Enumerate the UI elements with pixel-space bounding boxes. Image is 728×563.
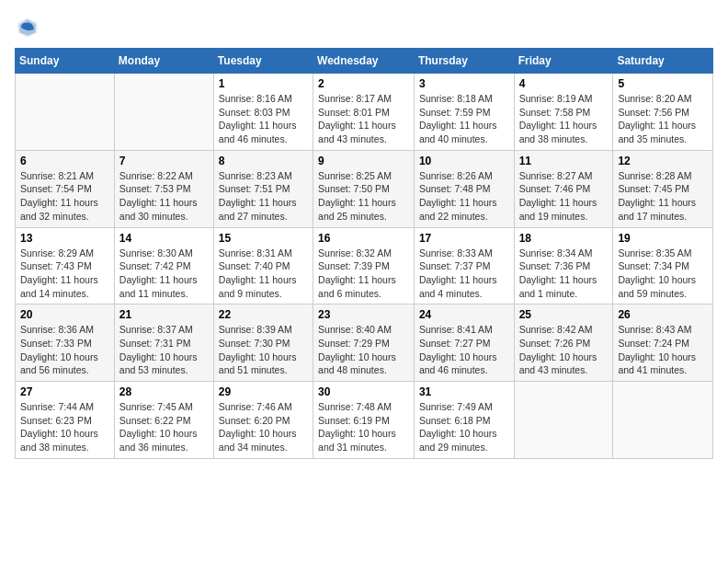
day-number: 25	[519, 308, 609, 321]
day-number: 20	[20, 308, 109, 321]
calendar-cell: 24Sunrise: 8:41 AMSunset: 7:27 PMDayligh…	[414, 304, 514, 382]
calendar-cell: 3Sunrise: 8:18 AMSunset: 7:59 PMDaylight…	[414, 74, 514, 151]
day-info: Sunrise: 8:32 AMSunset: 7:39 PMDaylight:…	[318, 247, 409, 301]
calendar-cell: 23Sunrise: 8:40 AMSunset: 7:29 PMDayligh…	[313, 304, 415, 382]
calendar-cell: 17Sunrise: 8:33 AMSunset: 7:37 PMDayligh…	[414, 227, 514, 304]
calendar-cell	[114, 74, 213, 151]
day-info: Sunrise: 8:39 AMSunset: 7:30 PMDaylight:…	[219, 323, 308, 377]
page-header	[15, 15, 713, 40]
calendar-cell: 15Sunrise: 8:31 AMSunset: 7:40 PMDayligh…	[213, 227, 313, 304]
day-info: Sunrise: 8:37 AMSunset: 7:31 PMDaylight:…	[119, 323, 209, 377]
calendar-week-row: 20Sunrise: 8:36 AMSunset: 7:33 PMDayligh…	[16, 304, 713, 382]
day-number: 13	[20, 232, 109, 245]
day-number: 14	[119, 232, 209, 245]
weekday-header-friday: Friday	[514, 49, 613, 74]
day-number: 12	[618, 155, 708, 167]
day-number: 29	[219, 385, 308, 398]
calendar-cell	[514, 382, 613, 459]
day-info: Sunrise: 7:48 AMSunset: 6:19 PMDaylight:…	[318, 400, 409, 454]
calendar-cell	[613, 382, 713, 459]
calendar-week-row: 6Sunrise: 8:21 AMSunset: 7:54 PMDaylight…	[16, 150, 713, 227]
weekday-header-tuesday: Tuesday	[213, 49, 313, 74]
day-number: 19	[618, 232, 708, 245]
day-info: Sunrise: 8:34 AMSunset: 7:36 PMDaylight:…	[519, 247, 609, 301]
calendar-cell: 13Sunrise: 8:29 AMSunset: 7:43 PMDayligh…	[16, 227, 115, 304]
day-number: 21	[119, 308, 209, 321]
day-info: Sunrise: 8:19 AMSunset: 7:58 PMDaylight:…	[519, 92, 609, 146]
calendar-week-row: 13Sunrise: 8:29 AMSunset: 7:43 PMDayligh…	[16, 227, 713, 304]
calendar-cell: 21Sunrise: 8:37 AMSunset: 7:31 PMDayligh…	[114, 304, 213, 382]
day-number: 4	[519, 77, 609, 90]
calendar-cell: 30Sunrise: 7:48 AMSunset: 6:19 PMDayligh…	[313, 382, 415, 459]
calendar-cell: 29Sunrise: 7:46 AMSunset: 6:20 PMDayligh…	[213, 382, 313, 459]
day-info: Sunrise: 8:33 AMSunset: 7:37 PMDaylight:…	[419, 247, 509, 301]
day-number: 7	[119, 155, 209, 167]
logo	[15, 15, 44, 40]
day-number: 6	[20, 155, 109, 167]
day-number: 22	[219, 308, 308, 321]
day-info: Sunrise: 8:20 AMSunset: 7:56 PMDaylight:…	[618, 92, 708, 146]
calendar-cell: 18Sunrise: 8:34 AMSunset: 7:36 PMDayligh…	[514, 227, 613, 304]
calendar-cell: 16Sunrise: 8:32 AMSunset: 7:39 PMDayligh…	[313, 227, 415, 304]
calendar-cell: 28Sunrise: 7:45 AMSunset: 6:22 PMDayligh…	[114, 382, 213, 459]
day-info: Sunrise: 8:35 AMSunset: 7:34 PMDaylight:…	[618, 247, 708, 301]
day-number: 3	[419, 77, 509, 90]
calendar-cell: 4Sunrise: 8:19 AMSunset: 7:58 PMDaylight…	[514, 74, 613, 151]
day-info: Sunrise: 8:23 AMSunset: 7:51 PMDaylight:…	[219, 169, 308, 224]
day-number: 15	[219, 232, 308, 245]
calendar-week-row: 27Sunrise: 7:44 AMSunset: 6:23 PMDayligh…	[16, 382, 713, 459]
calendar-table: SundayMondayTuesdayWednesdayThursdayFrid…	[15, 48, 713, 459]
calendar-cell: 31Sunrise: 7:49 AMSunset: 6:18 PMDayligh…	[414, 382, 514, 459]
day-info: Sunrise: 8:40 AMSunset: 7:29 PMDaylight:…	[318, 323, 409, 377]
calendar-cell: 8Sunrise: 8:23 AMSunset: 7:51 PMDaylight…	[213, 150, 313, 227]
day-number: 17	[419, 232, 509, 245]
calendar-cell: 11Sunrise: 8:27 AMSunset: 7:46 PMDayligh…	[514, 150, 613, 227]
day-number: 18	[519, 232, 609, 245]
calendar-cell: 22Sunrise: 8:39 AMSunset: 7:30 PMDayligh…	[213, 304, 313, 382]
day-info: Sunrise: 7:45 AMSunset: 6:22 PMDaylight:…	[119, 400, 209, 454]
weekday-header-thursday: Thursday	[414, 49, 514, 74]
day-number: 27	[20, 385, 109, 398]
day-number: 16	[318, 232, 409, 245]
calendar-cell: 26Sunrise: 8:43 AMSunset: 7:24 PMDayligh…	[613, 304, 713, 382]
calendar-cell: 19Sunrise: 8:35 AMSunset: 7:34 PMDayligh…	[613, 227, 713, 304]
day-info: Sunrise: 8:17 AMSunset: 8:01 PMDaylight:…	[318, 92, 409, 146]
day-info: Sunrise: 8:27 AMSunset: 7:46 PMDaylight:…	[519, 169, 609, 224]
day-info: Sunrise: 8:29 AMSunset: 7:43 PMDaylight:…	[20, 247, 109, 301]
day-number: 11	[519, 155, 609, 167]
day-number: 9	[318, 155, 409, 167]
day-info: Sunrise: 8:25 AMSunset: 7:50 PMDaylight:…	[318, 169, 409, 224]
day-number: 10	[419, 155, 509, 167]
weekday-header-wednesday: Wednesday	[313, 49, 415, 74]
calendar-week-row: 1Sunrise: 8:16 AMSunset: 8:03 PMDaylight…	[16, 74, 713, 151]
day-info: Sunrise: 7:49 AMSunset: 6:18 PMDaylight:…	[419, 400, 509, 454]
calendar-cell: 6Sunrise: 8:21 AMSunset: 7:54 PMDaylight…	[16, 150, 115, 227]
weekday-header-sunday: Sunday	[16, 49, 115, 74]
day-info: Sunrise: 8:31 AMSunset: 7:40 PMDaylight:…	[219, 247, 308, 301]
calendar-cell: 14Sunrise: 8:30 AMSunset: 7:42 PMDayligh…	[114, 227, 213, 304]
logo-icon	[15, 15, 40, 40]
calendar-cell: 2Sunrise: 8:17 AMSunset: 8:01 PMDaylight…	[313, 74, 415, 151]
day-info: Sunrise: 8:21 AMSunset: 7:54 PMDaylight:…	[20, 169, 109, 224]
calendar-cell: 27Sunrise: 7:44 AMSunset: 6:23 PMDayligh…	[16, 382, 115, 459]
day-number: 28	[119, 385, 209, 398]
day-info: Sunrise: 8:42 AMSunset: 7:26 PMDaylight:…	[519, 323, 609, 377]
day-info: Sunrise: 8:22 AMSunset: 7:53 PMDaylight:…	[119, 169, 209, 224]
calendar-cell: 7Sunrise: 8:22 AMSunset: 7:53 PMDaylight…	[114, 150, 213, 227]
day-info: Sunrise: 8:41 AMSunset: 7:27 PMDaylight:…	[419, 323, 509, 377]
day-number: 31	[419, 385, 509, 398]
calendar-cell: 5Sunrise: 8:20 AMSunset: 7:56 PMDaylight…	[613, 74, 713, 151]
day-info: Sunrise: 7:46 AMSunset: 6:20 PMDaylight:…	[219, 400, 308, 454]
calendar-cell: 20Sunrise: 8:36 AMSunset: 7:33 PMDayligh…	[16, 304, 115, 382]
day-info: Sunrise: 8:36 AMSunset: 7:33 PMDaylight:…	[20, 323, 109, 377]
calendar-cell: 9Sunrise: 8:25 AMSunset: 7:50 PMDaylight…	[313, 150, 415, 227]
day-number: 5	[618, 77, 708, 90]
day-number: 24	[419, 308, 509, 321]
day-number: 26	[618, 308, 708, 321]
day-number: 2	[318, 77, 409, 90]
day-number: 23	[318, 308, 409, 321]
calendar-cell: 10Sunrise: 8:26 AMSunset: 7:48 PMDayligh…	[414, 150, 514, 227]
day-number: 1	[219, 77, 308, 90]
weekday-header-row: SundayMondayTuesdayWednesdayThursdayFrid…	[16, 49, 713, 74]
day-number: 8	[219, 155, 308, 167]
